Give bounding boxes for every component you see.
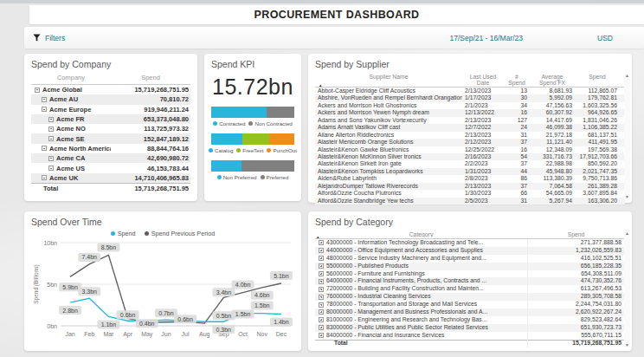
collapse-icon[interactable] [48,117,54,122]
collapse-icon[interactable] [35,88,40,93]
bar-segment-catalog[interactable] [211,133,242,145]
supplier-row[interactable]: AlejandroDumper Tatlowe Riverecords2/13/… [315,183,625,190]
company-tree-row[interactable]: Acme UK14,710,406,965.83 [31,173,190,183]
supplier-row[interactable]: Adams Arnatt Vasilkov Cliff cast12/7/202… [315,124,625,131]
bar-segment-preferred[interactable] [242,160,294,172]
supplier-row[interactable]: Abshire, VonRueden and Rempel Bernhardt … [315,94,625,101]
expand-icon[interactable] [319,240,324,245]
category-row[interactable]: 48000000 - Service Industry Machinery an… [315,255,625,263]
supplier-row[interactable]: Alasteir&Kenon Tompkiss Leopardworks1/31… [315,168,625,175]
expand-icon[interactable] [319,302,324,308]
column-header[interactable]: Spend [575,74,620,86]
column-header[interactable]: Spend [527,231,625,237]
bar-segment-punchout[interactable] [269,133,294,145]
supplier-row[interactable]: Alden&Rube Labyrinth2/8/202386113,380.39… [315,175,625,182]
collapse-icon[interactable] [42,146,47,151]
category-row[interactable]: 80000000 - Management and Business Profe… [315,308,625,316]
company-tree-row[interactable]: Acme Global15,719,268,751.95 [31,85,190,94]
kpi-stacked-bar[interactable] [211,160,294,172]
supplier-row[interactable]: Alasteir&Kenon Gawke Bluetronics12/25/20… [315,146,625,153]
company-tree-row[interactable]: Acme CA42,690,980.72 [31,153,190,163]
category-row[interactable]: 43000000 - Information Technology Broadc… [315,239,625,247]
legend-item[interactable]: Contracted [213,120,245,127]
category-row[interactable]: 56000000 - Furniture and Furnishings654,… [315,270,625,278]
category-row[interactable]: 81000000 - Engineering and Research and … [315,316,625,324]
collapse-icon[interactable] [42,107,47,112]
column-header[interactable]: # Spend [504,74,530,86]
legend-item-spend-previous-period[interactable]: Spend Previous Period [145,230,216,237]
expand-icon[interactable] [319,263,324,269]
collapse-icon[interactable] [48,166,54,171]
category-row[interactable]: 84000000 - Financial and Insurance Servi… [315,332,625,340]
company-tree-row[interactable]: Acme AU70,810.72 [31,94,190,104]
category-row[interactable]: 72000000 - Building and Facility Constru… [315,285,625,293]
column-header[interactable]: Supplier Name [315,74,462,86]
company-tree-row[interactable]: Acme North America88,844,764.16 [31,144,190,153]
company-tree-row[interactable]: Acme US46,153,783.44 [31,163,190,172]
legend-item-spend[interactable]: Spend [111,230,136,237]
supplier-row[interactable]: Alford&Ozzie Standbridge Yew techs2/5/20… [315,198,625,204]
supplier-row[interactable]: Ackers and Morrison Holt Ghostronics2/1/… [315,102,625,109]
column-header[interactable]: Average Spend FX [530,74,575,86]
category-row[interactable]: 44000000 - Office Equipment and Accessor… [315,247,625,255]
expand-icon[interactable] [319,333,324,338]
supplier-row[interactable]: Alford&Ozzie Coucha Plutronics1/30/20236… [315,190,625,197]
vertical-scrollbar[interactable]: ▲ ▼ [624,73,630,199]
category-row[interactable]: 55000000 - Published Products656,185,228… [315,263,625,270]
kpi-stacked-bar[interactable] [211,107,294,118]
legend-item[interactable]: Non Preferred [217,174,257,180]
expand-icon[interactable] [319,271,324,276]
line-chart[interactable]: 0bn5bn10bnSpend (Billions)JanFebMarAprMa… [31,237,294,348]
scroll-up-icon[interactable]: ▲ [625,73,629,78]
collapse-icon[interactable] [48,156,54,161]
supplier-row[interactable]: Alasteir&Kenon McKinnon Silver tronics2/… [315,153,625,160]
kpi-stacked-bar[interactable] [211,133,294,145]
supplier-row[interactable]: Ackers and Morrison Yewen Nymph dream12/… [315,109,625,116]
collapse-icon[interactable] [42,175,47,180]
company-tree-row[interactable]: Acme NO113,725,973.32 [31,124,190,133]
filters-toggle[interactable]: Filters [33,34,65,42]
category-row[interactable]: 83000000 - Public Utilities and Public S… [315,324,625,332]
expand-icon[interactable] [319,287,324,292]
legend-item[interactable]: Preferred [261,174,289,180]
column-header[interactable]: Last Used Date [462,74,504,86]
bar-segment-non-contracted[interactable] [267,107,294,118]
expand-icon[interactable] [319,309,324,315]
scroll-down-icon[interactable]: ▼ [625,342,629,347]
date-range-slicer[interactable]: 17/Sep/21 - 16/Mar/23 [449,34,523,42]
category-row[interactable]: 78000000 - Transportation and Storage an… [315,301,625,308]
bar-segment-non-preferred[interactable] [211,160,242,172]
expand-icon[interactable] [319,325,324,330]
category-row[interactable]: 76000000 - Industrial Cleaning Services2… [315,293,625,301]
expand-icon[interactable] [319,248,324,253]
legend-item[interactable]: Catalog [209,147,233,153]
legend-item[interactable]: PunchOut [267,147,297,153]
vertical-scrollbar[interactable]: ▲ ▼ [624,230,630,347]
expand-icon[interactable] [319,317,324,322]
bar-segment-contracted[interactable] [211,107,267,118]
category-row[interactable]: 64000000 - Financial Instruments, Produc… [315,277,625,285]
column-header[interactable]: Category [315,231,527,237]
scroll-up-icon[interactable]: ▲ [625,230,629,236]
supplier-row[interactable]: Alasteir&Kenon Sirkett Iron gate2/2/2023… [315,160,625,167]
supplier-row[interactable]: Ailane Allerton Riddlectronics2/13/20233… [315,132,625,139]
expand-icon[interactable] [319,256,324,261]
company-tree-row[interactable]: Acme Europe919,946,211.24 [31,105,190,114]
company-tree-row[interactable]: Acme SE152,847,189.12 [31,133,190,143]
currency-slicer[interactable]: USD [597,34,613,42]
collapse-icon[interactable] [48,127,54,132]
column-header[interactable]: Company [31,74,111,81]
collapse-icon[interactable] [48,136,54,141]
scroll-down-icon[interactable]: ▼ [625,194,629,199]
column-header[interactable]: Spend [111,74,190,81]
expand-icon[interactable] [319,279,324,284]
supplier-row[interactable]: Adams and Sons Yakunikov Vortexecurity2/… [315,117,625,124]
supplier-row[interactable]: Abbot-Casper Eldridge Cliff Acoustics2/1… [315,88,625,94]
collapse-icon[interactable] [42,97,47,102]
company-tree-row[interactable]: Acme FR653,373,048.80 [31,114,190,124]
expand-icon[interactable] [319,295,324,300]
supplier-row[interactable]: Alasteir Menicomb Orange Solutions2/12/2… [315,139,625,146]
legend-item[interactable]: Non Contracted [248,120,292,127]
bar-segment-freetext[interactable] [242,133,270,145]
legend-item[interactable]: FreeText [236,147,263,153]
